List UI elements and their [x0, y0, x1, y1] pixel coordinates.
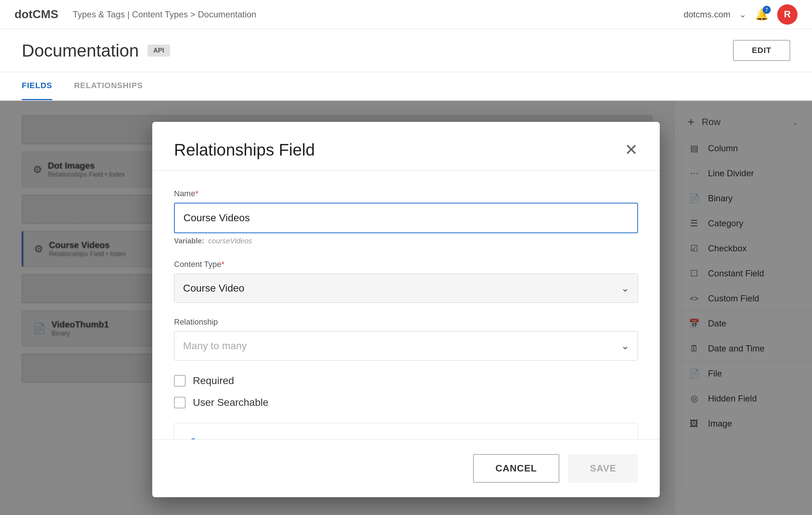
variable-value: courseVideos — [208, 237, 252, 245]
tab-relationships[interactable]: RELATIONSHIPS — [74, 72, 143, 100]
page-header: Documentation API EDIT — [0, 29, 812, 72]
relationship-form-group: Relationship Many to many ⌄ — [174, 317, 638, 360]
avatar: R — [777, 4, 798, 25]
edit-button[interactable]: EDIT — [733, 40, 790, 61]
nav-right: dotcms.com ⌄ 🔔 7 R — [684, 4, 798, 25]
required-checkbox-row[interactable]: Required — [174, 375, 638, 387]
name-input[interactable] — [174, 203, 638, 233]
relationships-field-modal: Relationships Field ✕ Name* Variable: co… — [152, 122, 660, 497]
checkboxes-group: Required User Searchable — [174, 375, 638, 408]
modal-header: Relationships Field ✕ — [152, 122, 660, 171]
user-searchable-checkbox[interactable] — [174, 397, 186, 408]
tree-parent-node: Documentation — [187, 434, 625, 439]
required-label: Required — [193, 375, 234, 387]
tab-bar: FIELDS RELATIONSHIPS — [0, 72, 812, 101]
page-title: Documentation — [22, 41, 139, 61]
relationship-label: Relationship — [174, 317, 638, 327]
api-badge: API — [148, 45, 170, 57]
content-type-label: Content Type* — [174, 260, 638, 269]
name-form-group: Name* Variable: courseVideos — [174, 189, 638, 245]
relationship-select-wrapper: Many to many ⌄ — [174, 331, 638, 360]
modal-footer: CANCEL SAVE — [152, 439, 660, 497]
breadcrumb: Types & Tags | Content Types > Documenta… — [73, 9, 256, 20]
notification-bell[interactable]: 🔔 7 — [755, 8, 768, 21]
modal-title: Relationships Field — [174, 140, 315, 160]
top-nav: dotCMS Types & Tags | Content Types > Do… — [0, 0, 812, 29]
main-content: ⚙ Dot Images Relationships Field • Index… — [0, 101, 812, 515]
user-searchable-checkbox-row[interactable]: User Searchable — [174, 397, 638, 408]
content-type-select-wrapper: Course Video ⌄ — [174, 273, 638, 303]
save-button[interactable]: SAVE — [568, 454, 638, 483]
relationship-select[interactable]: Many to many — [174, 331, 638, 360]
logo: dotCMS — [14, 8, 58, 21]
modal-body: Name* Variable: courseVideos Content Typ… — [152, 171, 660, 439]
content-type-form-group: Content Type* Course Video ⌄ — [174, 260, 638, 303]
notification-badge: 7 — [763, 6, 771, 14]
nav-domain: dotcms.com — [684, 9, 730, 20]
cancel-button[interactable]: CANCEL — [473, 454, 559, 483]
content-type-select[interactable]: Course Video — [174, 273, 638, 303]
tab-fields[interactable]: FIELDS — [22, 72, 52, 100]
required-checkbox[interactable] — [174, 375, 186, 387]
relationship-tree: Documentation Coursevideo — [174, 423, 638, 439]
user-searchable-label: User Searchable — [193, 397, 269, 408]
app-background: dotCMS Types & Tags | Content Types > Do… — [0, 0, 812, 515]
name-label: Name* — [174, 189, 638, 198]
chevron-down-icon: ⌄ — [739, 9, 746, 20]
modal-overlay: Relationships Field ✕ Name* Variable: co… — [0, 101, 812, 515]
variable-display: Variable: courseVideos — [174, 237, 638, 245]
close-icon[interactable]: ✕ — [625, 142, 638, 158]
